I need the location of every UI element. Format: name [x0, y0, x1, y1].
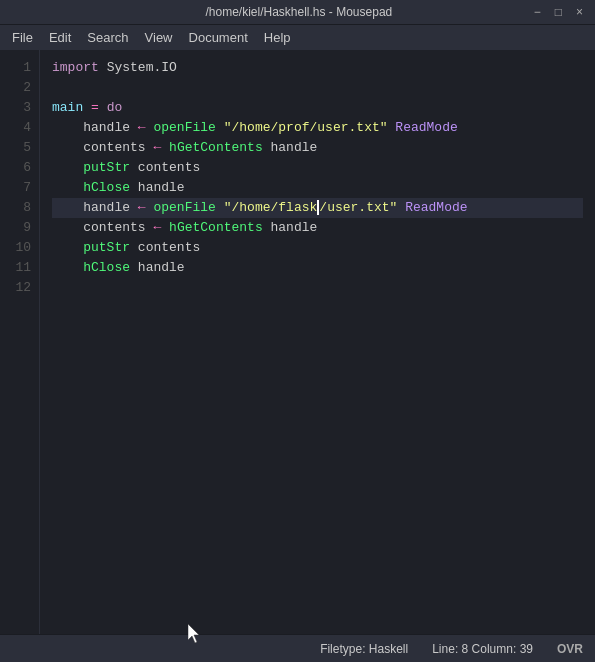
- editor[interactable]: 1 2 3 4 5 6 7 8 9 10 11 12 import System…: [0, 50, 595, 634]
- line-num-1: 1: [0, 58, 39, 78]
- line-num-5: 5: [0, 138, 39, 158]
- menu-document[interactable]: Document: [181, 28, 256, 47]
- code-line-1: import System.IO: [52, 58, 583, 78]
- close-button[interactable]: ×: [572, 5, 587, 19]
- menu-file[interactable]: File: [4, 28, 41, 47]
- line-num-10: 10: [0, 238, 39, 258]
- menu-help[interactable]: Help: [256, 28, 299, 47]
- title-bar: /home/kiel/Haskhell.hs - Mousepad − □ ×: [0, 0, 595, 24]
- code-line-5: contents ← hGetContents handle: [52, 138, 583, 158]
- menu-view[interactable]: View: [137, 28, 181, 47]
- line-num-3: 3: [0, 98, 39, 118]
- code-line-10: putStr contents: [52, 238, 583, 258]
- line-num-9: 9: [0, 218, 39, 238]
- minimize-button[interactable]: −: [530, 5, 545, 19]
- status-bar: Filetype: Haskell Line: 8 Column: 39 OVR: [0, 634, 595, 662]
- line-num-2: 2: [0, 78, 39, 98]
- code-line-3: main = do: [52, 98, 583, 118]
- menu-edit[interactable]: Edit: [41, 28, 79, 47]
- code-line-11: hClose handle: [52, 258, 583, 278]
- code-line-9: contents ← hGetContents handle: [52, 218, 583, 238]
- line-num-11: 11: [0, 258, 39, 278]
- line-num-6: 6: [0, 158, 39, 178]
- ovr-indicator: OVR: [557, 642, 583, 656]
- line-num-7: 7: [0, 178, 39, 198]
- code-line-8: handle ← openFile "/home/flask/user.txt"…: [52, 198, 583, 218]
- line-num-4: 4: [0, 118, 39, 138]
- filetype-status: Filetype: Haskell: [320, 642, 408, 656]
- code-line-12: [52, 278, 583, 298]
- line-numbers: 1 2 3 4 5 6 7 8 9 10 11 12: [0, 50, 40, 634]
- window-title: /home/kiel/Haskhell.hs - Mousepad: [68, 5, 530, 19]
- code-area[interactable]: import System.IO main = do handle ← open…: [40, 50, 595, 634]
- line-num-8: 8: [0, 198, 39, 218]
- line-status: Line: 8 Column: 39: [432, 642, 533, 656]
- code-line-7: hClose handle: [52, 178, 583, 198]
- code-line-6: putStr contents: [52, 158, 583, 178]
- menu-search[interactable]: Search: [79, 28, 136, 47]
- line-num-12: 12: [0, 278, 39, 298]
- code-line-4: handle ← openFile "/home/prof/user.txt" …: [52, 118, 583, 138]
- menu-bar: File Edit Search View Document Help: [0, 24, 595, 50]
- code-line-2: [52, 78, 583, 98]
- maximize-button[interactable]: □: [551, 5, 566, 19]
